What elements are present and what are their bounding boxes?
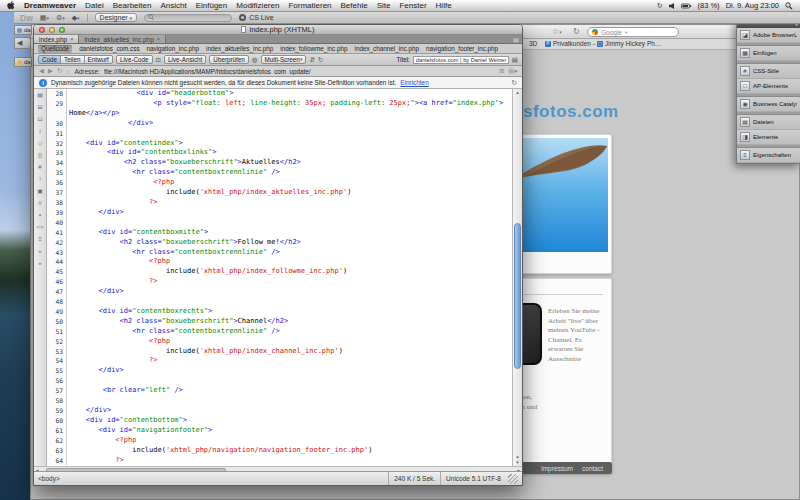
bookmark-item[interactable]: ▢Jimmy Hickey Ph… — [597, 40, 661, 47]
code-line[interactable]: 33 <div id="contentboxlinks"> — [47, 148, 512, 158]
view-button-teilen[interactable]: Teilen — [60, 55, 84, 64]
code-line[interactable]: 51 <hr class="contentboxtrennlinie" /> — [47, 327, 512, 337]
document-tab[interactable]: index_aktuelles_inc.php× — [79, 35, 166, 43]
view-button-code[interactable]: Code — [38, 55, 61, 64]
resize-grip[interactable] — [508, 474, 518, 484]
code-line[interactable]: 30 </div> — [47, 119, 512, 129]
menu-item-datei[interactable]: Datei — [85, 1, 104, 10]
infobar-refresh-icon[interactable]: ↻ — [511, 79, 517, 87]
select-parent-tag-icon[interactable]: ◇ — [38, 140, 43, 146]
menu-item-site[interactable]: Site — [377, 1, 391, 10]
menu-item-ansicht[interactable]: Ansicht — [160, 1, 186, 10]
code-line[interactable]: 60 <div id="contentbottom"> — [47, 416, 512, 426]
view-options-icon[interactable]: ▤ — [512, 56, 518, 64]
document-tab[interactable]: index.php× — [34, 35, 79, 43]
close-window-icon[interactable] — [39, 27, 45, 33]
code-line[interactable]: 42 <h2 class="boxueberschrift">Follow me… — [47, 238, 512, 248]
code-line[interactable]: 50 <h2 class="boxueberschrift">Channel</… — [47, 317, 512, 327]
menubar-clock[interactable]: Di. 9. Aug 23:00 — [726, 1, 779, 10]
tab-close-icon[interactable]: × — [70, 36, 73, 42]
wrap-tag-icon[interactable]: <> — [36, 224, 43, 230]
code-line[interactable]: 63 include('xhtml_php/navigation/navigat… — [47, 446, 512, 456]
remove-comment-icon[interactable]: × — [38, 212, 42, 218]
scrollbar-thumb[interactable] — [514, 223, 521, 369]
line-numbers-icon[interactable]: # — [38, 164, 41, 170]
menu-item-einfgen[interactable]: Einfügen — [196, 1, 228, 10]
code-line[interactable]: 39 </div> — [47, 208, 512, 218]
code-line[interactable]: 37 include('xhtml_php/index_aktuelles_in… — [47, 188, 512, 198]
code-line[interactable]: 56 — [47, 376, 512, 386]
code-line[interactable]: 44 <?php — [47, 257, 512, 267]
apply-comment-icon[interactable]: // — [38, 200, 41, 206]
sync-icon[interactable]: ↻ — [657, 2, 663, 9]
code-line[interactable]: 34 <h2 class="boxueberschrift">Aktuelles… — [47, 158, 512, 168]
dock-panel-browserlab[interactable]: ◪Adobe BrowserLab — [737, 28, 800, 43]
code-line[interactable]: 64 ?> — [47, 456, 512, 466]
encoding[interactable]: Unicode 5.1 UTF-8 — [440, 472, 506, 485]
volume-icon[interactable] — [669, 3, 675, 9]
dock-panel-assets[interactable]: ◨Elemente — [737, 130, 800, 145]
code-line[interactable]: 62 <?php — [47, 436, 512, 446]
address-url[interactable]: file:///Macintosh HD/Applications/MAMP/h… — [104, 68, 495, 75]
code-line[interactable]: 53 include('xhtml_php/index_channel_inc.… — [47, 347, 512, 357]
code-line[interactable]: 52 <?php — [47, 337, 512, 347]
highlight-invalid-code-icon[interactable]: ! — [39, 176, 41, 182]
code-line[interactable]: 43 <hr class="contentboxtrennlinie" /> — [47, 248, 512, 258]
nav-refresh-icon[interactable]: ↻ — [57, 67, 62, 75]
code-line[interactable]: 41 <div id="contentboxmitte"> — [47, 228, 512, 238]
multiscreen-button[interactable]: Multi-Screen▾ — [261, 55, 307, 64]
back-button-fragment[interactable]: ◀ — [14, 37, 31, 49]
code-line[interactable]: 58 — [47, 396, 512, 406]
refresh-design-icon[interactable]: ↻ — [318, 56, 323, 64]
scroll-arrows[interactable]: ▴▾ — [513, 453, 522, 465]
menu-item-fenster[interactable]: Fenster — [399, 1, 426, 10]
workspace-switcher-button[interactable]: Designer▾ — [95, 13, 138, 22]
code-line[interactable]: 31 — [47, 129, 512, 139]
menu-item-dreamweaver[interactable]: Dreamweaver — [24, 1, 76, 10]
appbar-search-input[interactable] — [144, 14, 232, 22]
balance-braces-icon[interactable]: {} — [38, 152, 42, 158]
live-view-options-icon[interactable]: ▤▾ — [508, 67, 517, 75]
bookmark-item[interactable]: 3D — [529, 40, 537, 47]
menu-item-hilfe[interactable]: Hilfe — [436, 1, 452, 10]
vertical-scrollbar[interactable]: ▴ ▴▾ — [512, 89, 522, 466]
code-line[interactable]: Home</a></p> — [47, 109, 512, 119]
code-line[interactable]: 32 <div id="contentindex"> — [47, 139, 512, 149]
menu-item-bearbeiten[interactable]: Bearbeiten — [113, 1, 152, 10]
code-line[interactable]: 55 </div> — [47, 366, 512, 376]
cs-live-button[interactable]: CS Live — [239, 14, 274, 21]
dock-panel-insert[interactable]: ▦Einfügen — [737, 46, 800, 61]
collapse-full-tag-icon[interactable]: ⊟ — [37, 104, 42, 110]
related-file[interactable]: index_aktuelles_inc.php — [206, 45, 273, 52]
expand-all-icon[interactable]: ↕ — [39, 128, 42, 134]
footer-link-impressum[interactable]: Impressum — [541, 465, 573, 472]
live-view-button[interactable]: Live-Ansicht — [164, 55, 206, 64]
bookmark-star-icon[interactable]: ☆▾ — [552, 27, 562, 36]
extend-icon[interactable]: ⚙▾ — [56, 14, 65, 22]
menu-item-modifizieren[interactable]: Modifizieren — [236, 1, 279, 10]
code-line[interactable]: 59 </div> — [47, 406, 512, 416]
dock-panel-business-catalyst[interactable]: ◉Business Catalyst — [737, 97, 800, 112]
recent-snippets-icon[interactable]: ≡ — [38, 236, 42, 242]
related-file[interactable]: navigation_inc.php — [147, 45, 200, 52]
nav-forward-icon[interactable]: ▶ — [48, 67, 53, 75]
dock-panel-files[interactable]: ▤Dateien — [737, 115, 800, 130]
menu-item-befehle[interactable]: Befehle — [341, 1, 368, 10]
tab-close-icon[interactable]: × — [157, 36, 160, 42]
code-line[interactable]: 28 <div id="headerbottom"> — [47, 89, 512, 99]
apple-menu-icon[interactable] — [7, 1, 15, 10]
nav-home-icon[interactable]: ⌂ — [66, 68, 70, 75]
open-documents-icon[interactable]: ▤ — [37, 92, 43, 98]
site-menu-icon[interactable]: ◆▾ — [72, 14, 80, 22]
dock-panel-ap-elements[interactable]: □AP-Elemente — [737, 79, 800, 94]
spotlight-icon[interactable] — [785, 2, 793, 10]
site-logo-text[interactable]: sfotos.com — [523, 102, 619, 122]
browser-search-input[interactable]: Google ▾ — [587, 27, 679, 37]
background-tab-fragment[interactable]: dan — [14, 57, 32, 67]
address-options-icon[interactable]: ⊞ — [499, 67, 504, 75]
preview-browser-icon[interactable]: ◍ — [252, 56, 258, 64]
view-button-entwurf[interactable]: Entwurf — [84, 55, 113, 64]
zoom-window-icon[interactable] — [59, 27, 65, 33]
code-line[interactable]: 45 include('xhtml_php/index_followme_inc… — [47, 267, 512, 277]
tabs-overflow-icons[interactable]: ▤ — [510, 35, 522, 43]
